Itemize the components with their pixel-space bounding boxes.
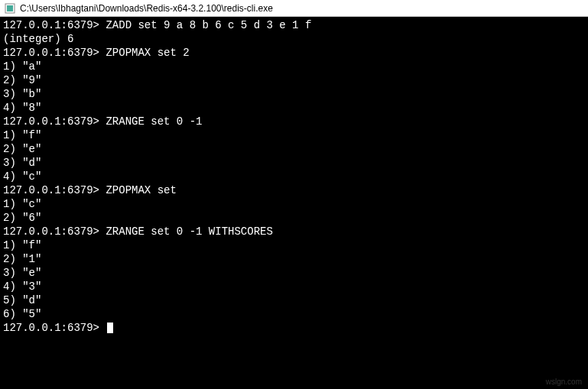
terminal-output-line: 3) "b" (3, 87, 585, 101)
terminal-command-line: 127.0.0.1:6379> ZPOPMAX set 2 (3, 46, 585, 60)
terminal-output-line: 3) "d" (3, 156, 585, 170)
terminal-output-line: 4) "c" (3, 170, 585, 183)
svg-rect-1 (7, 5, 13, 11)
command-text: ZPOPMAX set 2 (99, 47, 190, 59)
terminal-output[interactable]: 127.0.0.1:6379> ZADD set 9 a 8 b 6 c 5 d… (0, 17, 588, 389)
terminal-output-line: 2) "1" (3, 252, 585, 266)
command-text: ZRANGE set 0 -1 (99, 115, 202, 128)
cursor (107, 323, 113, 333)
terminal-output-line: 2) "e" (3, 142, 585, 156)
prompt: 127.0.0.1:6379> (3, 115, 99, 128)
terminal-command-line: 127.0.0.1:6379> ZPOPMAX set (3, 183, 585, 197)
terminal-output-line: 1) "a" (3, 60, 585, 73)
prompt: 127.0.0.1:6379> (3, 47, 99, 59)
titlebar[interactable]: C:\Users\Ibhagtani\Downloads\Redis-x64-3… (0, 0, 588, 17)
prompt: 127.0.0.1:6379> (3, 19, 99, 31)
terminal-output-line: 1) "f" (3, 238, 585, 252)
terminal-output-line: 3) "e" (3, 266, 585, 280)
terminal-output-line: (integer) 6 (3, 32, 585, 46)
watermark: wslgn.com (546, 378, 582, 386)
window-title: C:\Users\Ibhagtani\Downloads\Redis-x64-3… (20, 3, 273, 14)
terminal-command-line: 127.0.0.1:6379> ZRANGE set 0 -1 (3, 115, 585, 128)
prompt: 127.0.0.1:6379> (3, 225, 99, 238)
command-text: ZADD set 9 a 8 b 6 c 5 d 3 e 1 f (99, 19, 311, 31)
terminal-output-line: 2) "9" (3, 73, 585, 87)
terminal-output-line: 6) "5" (3, 307, 585, 321)
app-icon (5, 3, 15, 14)
command-text: ZRANGE set 0 -1 WITHSCORES (99, 225, 273, 238)
terminal-command-line: 127.0.0.1:6379> ZADD set 9 a 8 b 6 c 5 d… (3, 18, 585, 32)
terminal-output-line: 1) "f" (3, 128, 585, 142)
prompt: 127.0.0.1:6379> (3, 184, 99, 196)
console-window: C:\Users\Ibhagtani\Downloads\Redis-x64-3… (0, 0, 588, 389)
terminal-active-prompt[interactable]: 127.0.0.1:6379> (3, 321, 585, 335)
terminal-output-line: 1) "c" (3, 197, 585, 211)
terminal-output-line: 4) "3" (3, 280, 585, 293)
prompt: 127.0.0.1:6379> (3, 322, 106, 334)
terminal-command-line: 127.0.0.1:6379> ZRANGE set 0 -1 WITHSCOR… (3, 225, 585, 238)
terminal-output-line: 2) "6" (3, 211, 585, 225)
terminal-output-line: 5) "d" (3, 293, 585, 307)
command-text: ZPOPMAX set (99, 184, 177, 196)
terminal-output-line: 4) "8" (3, 101, 585, 115)
